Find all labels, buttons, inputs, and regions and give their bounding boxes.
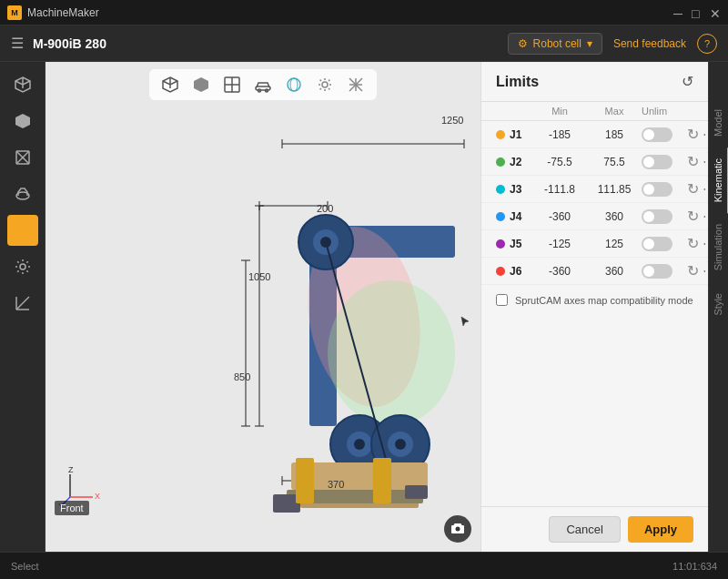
joint-toggle-j5[interactable] <box>642 237 672 251</box>
dim-850: 850 <box>234 371 250 382</box>
joint-min-j5: -125 <box>532 238 587 250</box>
svg-line-6 <box>16 297 29 310</box>
joint-toggle-j2[interactable] <box>642 155 672 169</box>
joint-min-j6: -360 <box>532 265 587 278</box>
joint-max-j3: 111.85 <box>587 183 642 196</box>
toggle-knob <box>643 129 654 140</box>
toggle-knob <box>643 157 654 168</box>
unlim-icon-j6[interactable]: ↻ <box>687 262 699 279</box>
dim-1250: 1250 <box>441 115 463 126</box>
vp-gear-icon[interactable] <box>311 73 339 96</box>
tool-solid-cube[interactable] <box>7 106 38 137</box>
window-controls: ─ □ ✕ <box>673 7 721 18</box>
vp-wireframe-icon[interactable] <box>218 73 246 96</box>
cursor-indicator <box>460 315 472 328</box>
tool-cube[interactable] <box>7 69 38 100</box>
joint-min-j3: -111.8 <box>532 183 587 196</box>
joint-toggle-j1[interactable] <box>642 127 672 142</box>
joint-name-j6: J6 <box>496 265 532 278</box>
robot-cell-button[interactable]: ⚙ Robot cell ▾ <box>508 33 602 55</box>
limits-reset-button[interactable]: ↺ <box>682 73 693 90</box>
unlim-icon-j5[interactable]: ↻ <box>687 235 699 252</box>
unlim-icon-j1[interactable]: ↻ <box>687 126 699 143</box>
joint-max-j2: 75.5 <box>587 156 642 168</box>
robot-cell-label: Robot cell <box>533 37 581 50</box>
apply-button[interactable]: Apply <box>628 516 693 543</box>
joint-row-j1: J1 -185 185 ↻ ⋯ <box>481 121 708 148</box>
col-unlim: Unlim <box>642 106 687 117</box>
vp-car-icon[interactable] <box>249 73 277 96</box>
joint-dot-j3 <box>496 185 505 194</box>
close-button[interactable]: ✕ <box>710 7 721 18</box>
tab-style[interactable]: Style <box>709 282 729 326</box>
svg-point-16 <box>290 78 298 91</box>
joint-toggle-j3[interactable] <box>642 182 672 197</box>
tool-axes[interactable] <box>7 288 38 319</box>
joint-row-j3: J3 -111.8 111.85 ↻ ⋯ <box>481 176 708 203</box>
unlim-icon-j2[interactable]: ↻ <box>687 153 699 170</box>
cancel-button[interactable]: Cancel <box>549 516 620 543</box>
sprut-compat-row: SprutCAM axes map compatibility mode <box>481 285 708 315</box>
svg-point-15 <box>288 78 300 91</box>
svg-point-5 <box>20 264 25 269</box>
col-more <box>687 106 709 117</box>
app-logo: M <box>7 5 22 20</box>
maximize-button[interactable]: □ <box>692 7 703 18</box>
tab-model[interactable]: Model <box>709 98 729 147</box>
vp-3d-icon[interactable] <box>157 73 184 96</box>
svg-point-46 <box>354 439 365 450</box>
side-tabs: Model Kinematic Simulation Style <box>708 62 728 552</box>
robot-diagram <box>118 98 480 535</box>
tool-gear[interactable] <box>7 251 38 282</box>
joint-max-j5: 125 <box>587 238 642 250</box>
app-title: MachineMaker <box>27 6 99 19</box>
chevron-down-icon: ▾ <box>587 37 592 50</box>
joint-row-j6: J6 -360 360 ↻ ⋯ <box>481 258 708 285</box>
joint-max-j6: 360 <box>587 265 642 278</box>
svg-point-4 <box>16 224 29 237</box>
viewport[interactable]: 1250 200 1050 850 370 Z X Y Front <box>46 62 480 552</box>
toggle-knob <box>643 211 654 222</box>
titlebar-left: M MachineMaker <box>7 5 99 20</box>
left-toolbar <box>0 62 46 552</box>
tool-wireframe[interactable] <box>7 142 38 173</box>
view-label: Front <box>55 501 89 515</box>
machine-name: M-900iB 280 <box>33 36 106 51</box>
send-feedback-button[interactable]: Send feedback <box>613 37 686 50</box>
svg-rect-55 <box>405 485 428 499</box>
minimize-button[interactable]: ─ <box>673 7 684 18</box>
joint-row-j2: J2 -75.5 75.5 ↻ ⋯ <box>481 148 708 176</box>
tool-car[interactable] <box>7 178 38 209</box>
viewport-toolbar <box>149 69 377 100</box>
help-button[interactable]: ? <box>697 34 717 54</box>
joint-name-j2: J2 <box>496 156 532 168</box>
dim-1050: 1050 <box>248 271 270 282</box>
tool-sphere[interactable] <box>7 215 38 246</box>
joint-dot-j4 <box>496 212 505 221</box>
vp-sphere-icon[interactable] <box>280 73 308 96</box>
menu-button[interactable]: ☰ <box>11 35 24 52</box>
joint-name-j3: J3 <box>496 183 532 196</box>
limits-table-header: Min Max Unlim <box>481 102 708 121</box>
vp-cross-icon[interactable] <box>342 73 369 96</box>
joint-toggle-j6[interactable] <box>642 264 672 279</box>
unlim-icon-j4[interactable]: ↻ <box>687 208 699 225</box>
camera-button[interactable] <box>444 515 471 543</box>
joint-rows-container: J1 -185 185 ↻ ⋯ J2 -75.5 75.5 ↻ ⋯ J3 -11… <box>481 121 708 285</box>
svg-point-64 <box>456 527 460 532</box>
tab-simulation[interactable]: Simulation <box>709 213 729 281</box>
unlim-icon-j3[interactable]: ↻ <box>687 180 699 198</box>
sprut-compat-checkbox[interactable] <box>496 294 508 306</box>
tab-kinematic[interactable]: Kinematic <box>709 147 729 213</box>
toggle-knob <box>643 184 654 195</box>
right-side: Limits ↺ Min Max Unlim J1 -185 185 <box>480 62 728 552</box>
vp-solid-icon[interactable] <box>187 73 215 96</box>
svg-text:X: X <box>95 492 100 501</box>
joint-row-j5: J5 -125 125 ↻ ⋯ <box>481 230 708 258</box>
dim-370: 370 <box>328 479 344 490</box>
status-text: Select <box>11 561 39 572</box>
sprut-compat-label: SprutCAM axes map compatibility mode <box>515 295 693 306</box>
col-joint <box>496 106 532 117</box>
time-text: 11:01:634 <box>672 561 717 572</box>
joint-toggle-j4[interactable] <box>642 209 672 224</box>
